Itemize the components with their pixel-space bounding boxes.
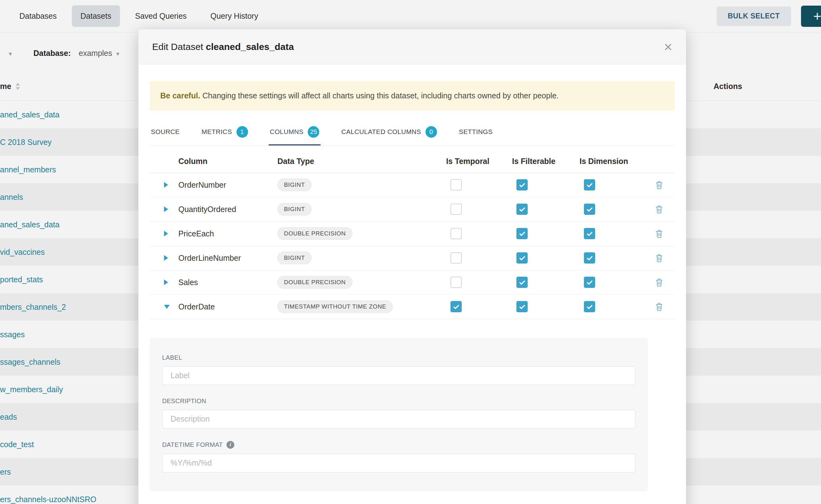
tab-label: SETTINGS [459, 128, 493, 136]
trash-icon [655, 302, 664, 311]
modal-title: Edit Dataset cleaned_sales_data [152, 42, 294, 52]
tab-label: COLUMNS [270, 128, 304, 136]
tab-settings[interactable]: SETTINGS [458, 121, 494, 145]
delete-column-icon[interactable] [655, 229, 675, 238]
info-icon: i [226, 441, 234, 449]
is-filterable-checkbox[interactable] [517, 179, 528, 190]
column-row: OrderDateTIMESTAMP WITHOUT TIME ZONE [150, 295, 675, 319]
expand-caret-icon[interactable] [150, 279, 178, 285]
is-dimension-checkbox[interactable] [584, 179, 595, 190]
header-is-dimension: Is Dimension [580, 157, 655, 166]
label-field-label: LABEL [162, 354, 636, 361]
header-is-temporal: Is Temporal [446, 157, 512, 166]
column-name: OrderNumber [178, 180, 277, 190]
is-dimension-checkbox[interactable] [584, 252, 595, 264]
trash-icon [655, 229, 664, 238]
is-dimension-checkbox[interactable] [584, 204, 595, 215]
modal-tabs: SOURCE METRICS1 COLUMNS25 CALCULATED COL… [150, 121, 675, 146]
tab-label: METRICS [201, 128, 232, 136]
label-input[interactable] [162, 366, 636, 385]
header-column: Column [178, 157, 277, 166]
calculated-columns-count-badge: 0 [426, 126, 437, 138]
tab-source[interactable]: SOURCE [150, 121, 181, 145]
header-data-type: Data Type [277, 157, 446, 166]
is-filterable-checkbox[interactable] [517, 228, 528, 239]
edit-dataset-modal: Edit Dataset cleaned_sales_data × Be car… [138, 29, 686, 504]
columns-table-header: Column Data Type Is Temporal Is Filterab… [150, 150, 675, 173]
is-dimension-checkbox[interactable] [584, 301, 595, 312]
column-row: OrderNumberBIGINT [150, 173, 675, 197]
delete-column-icon[interactable] [655, 302, 675, 311]
columns-table-rows: OrderNumberBIGINTQuantityOrderedBIGINTPr… [150, 173, 675, 319]
header-is-filterable: Is Filterable [512, 157, 580, 166]
checkmark-icon [453, 303, 460, 310]
column-name: QuantityOrdered [178, 205, 277, 214]
checkmark-icon [586, 254, 593, 262]
trash-icon [655, 180, 664, 190]
expand-caret-icon[interactable] [150, 231, 178, 236]
is-filterable-checkbox[interactable] [517, 301, 528, 312]
column-name: OrderDate [178, 302, 277, 311]
columns-count-badge: 25 [308, 126, 319, 138]
data-type-pill: BIGINT [277, 203, 311, 215]
is-temporal-checkbox[interactable] [451, 252, 462, 264]
expand-caret-icon[interactable] [150, 206, 178, 212]
is-filterable-checkbox[interactable] [517, 204, 528, 215]
warning-message: Changing these settings will affect all … [200, 91, 559, 100]
description-field-label: DESCRIPTION [162, 398, 636, 405]
delete-column-icon[interactable] [655, 253, 675, 263]
metrics-count-badge: 1 [236, 126, 248, 138]
datetime-format-input[interactable] [162, 454, 636, 472]
delete-column-icon[interactable] [655, 205, 675, 214]
tab-calculated-columns[interactable]: CALCULATED COLUMNS0 [340, 121, 438, 145]
modal-header: Edit Dataset cleaned_sales_data × [138, 29, 686, 64]
column-row: SalesDOUBLE PRECISION [150, 270, 675, 295]
description-input[interactable] [162, 410, 636, 428]
checkmark-icon [586, 206, 593, 213]
delete-column-icon[interactable] [655, 278, 675, 287]
checkmark-icon [586, 230, 593, 237]
trash-icon [655, 205, 664, 214]
is-dimension-checkbox[interactable] [584, 228, 595, 239]
column-row: OrderLineNumberBIGINT [150, 246, 675, 270]
data-type-pill: TIMESTAMP WITHOUT TIME ZONE [277, 300, 393, 313]
collapse-caret-icon[interactable] [150, 305, 178, 309]
is-dimension-checkbox[interactable] [584, 277, 595, 288]
expand-caret-icon[interactable] [150, 182, 178, 188]
is-temporal-checkbox[interactable] [451, 301, 462, 312]
data-type-pill: BIGINT [277, 179, 311, 191]
checkmark-icon [519, 303, 526, 310]
checkmark-icon [519, 181, 526, 189]
column-row: PriceEachDOUBLE PRECISION [150, 222, 675, 246]
columns-table: Column Data Type Is Temporal Is Filterab… [150, 150, 675, 319]
delete-column-icon[interactable] [655, 180, 675, 190]
tab-label: CALCULATED COLUMNS [341, 128, 421, 136]
tab-label: SOURCE [151, 128, 180, 136]
warning-banner: Be careful. Changing these settings will… [150, 81, 675, 111]
column-name: PriceEach [178, 229, 277, 238]
is-filterable-checkbox[interactable] [517, 277, 528, 288]
data-type-pill: DOUBLE PRECISION [277, 276, 352, 289]
is-temporal-checkbox[interactable] [451, 179, 462, 190]
checkmark-icon [519, 254, 526, 262]
checkmark-icon [586, 303, 593, 310]
is-filterable-checkbox[interactable] [517, 252, 528, 264]
column-name: OrderLineNumber [178, 254, 277, 263]
is-temporal-checkbox[interactable] [451, 277, 462, 288]
datetime-format-field-label: DATETIME FORMAT i [162, 441, 636, 449]
tab-columns[interactable]: COLUMNS25 [269, 121, 321, 145]
column-name: Sales [178, 278, 277, 287]
is-temporal-checkbox[interactable] [451, 228, 462, 239]
checkmark-icon [586, 181, 593, 189]
column-row: QuantityOrderedBIGINT [150, 197, 675, 222]
trash-icon [655, 278, 664, 287]
is-temporal-checkbox[interactable] [451, 204, 462, 215]
checkmark-icon [586, 279, 593, 286]
checkmark-icon [519, 230, 526, 237]
expand-caret-icon[interactable] [150, 255, 178, 261]
modal-body: Be careful. Changing these settings will… [138, 81, 686, 491]
trash-icon [655, 253, 664, 263]
close-icon[interactable]: × [664, 40, 672, 54]
tab-metrics[interactable]: METRICS1 [200, 121, 249, 145]
modal-title-dataset-name: cleaned_sales_data [206, 42, 294, 52]
